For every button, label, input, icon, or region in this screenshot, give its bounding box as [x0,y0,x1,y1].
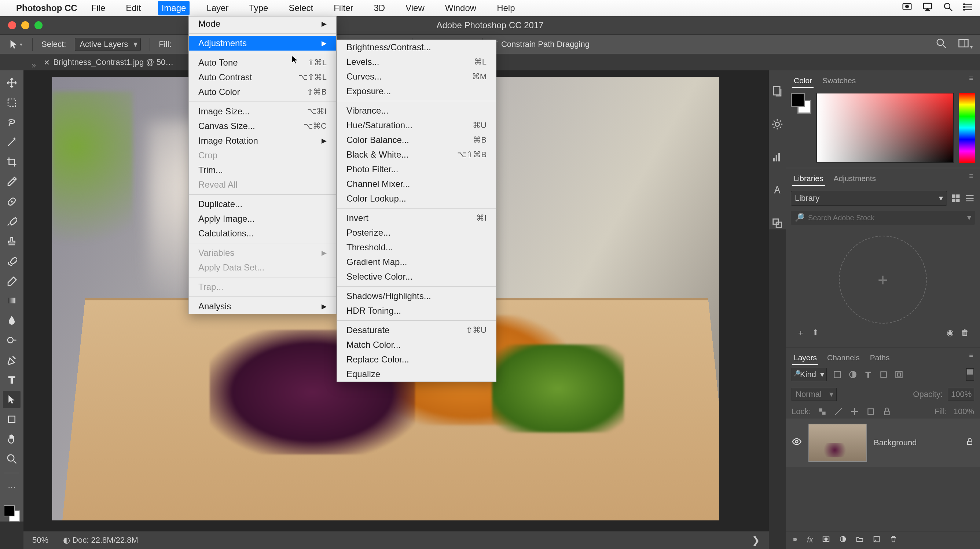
lock-position-icon[interactable] [850,407,859,416]
filter-toggle[interactable] [966,368,974,381]
adjustments-menu-curves[interactable]: Curves...⌘M [337,69,496,84]
layer-filter-kind[interactable]: Kind [792,368,827,381]
adjustments-menu-invert[interactable]: Invert⌘I [337,211,496,225]
search-icon[interactable] [935,38,947,51]
shape-tool[interactable] [3,411,21,428]
trash-icon[interactable] [889,535,897,545]
tab-color[interactable]: Color [792,74,813,88]
adjustments-menu-threshold[interactable]: Threshold... [337,240,496,255]
lock-transparency-icon[interactable] [818,407,827,416]
tab-libraries[interactable]: Libraries [792,172,825,186]
adjustments-menu-brightness-contrast[interactable]: Brightness/Contrast... [337,40,496,55]
pen-tool[interactable] [3,351,21,369]
adjustments-menu-gradient-map[interactable]: Gradient Map... [337,255,496,270]
histogram-icon[interactable] [771,151,783,163]
image-menu-auto-color[interactable]: Auto Color⇧⌘B [189,85,336,99]
adjustments-menu-hdr-toning[interactable]: HDR Toning... [337,303,496,318]
filter-adjustment-icon[interactable] [848,370,858,379]
library-select[interactable]: Library [791,191,947,206]
adjustments-menu-replace-color[interactable]: Replace Color... [337,352,496,367]
zoom-level[interactable]: 50% [32,535,48,545]
gradient-tool[interactable] [3,292,21,309]
adjustments-menu-hue-saturation[interactable]: Hue/Saturation...⌘U [337,118,496,133]
move-tool[interactable] [3,74,21,92]
heal-tool[interactable] [3,193,21,210]
tab-paths[interactable]: Paths [869,351,891,365]
image-menu-mode[interactable]: Mode▶ [189,16,336,31]
dodge-tool[interactable] [3,331,21,349]
hand-tool[interactable] [3,430,21,448]
image-menu-duplicate[interactable]: Duplicate... [189,197,336,211]
brush-tool[interactable] [3,213,21,230]
layer-name[interactable]: Background [874,438,916,447]
adjustments-menu-levels[interactable]: Levels...⌘L [337,55,496,69]
menubar-window[interactable]: Window [441,1,480,15]
trash-icon[interactable]: 🗑 [961,328,969,338]
adjustments-menu-exposure[interactable]: Exposure... [337,84,496,98]
spotlight-icon[interactable] [943,2,954,15]
panel-menu-icon[interactable]: ≡ [969,74,974,88]
lock-artboard-icon[interactable] [866,407,875,416]
adjustments-menu-color-lookup[interactable]: Color Lookup... [337,191,496,206]
blend-mode-select[interactable]: Normal [792,388,837,401]
menubar-layer[interactable]: Layer [203,1,232,15]
type-tool[interactable] [3,371,21,389]
menubar-filter[interactable]: Filter [330,1,357,15]
panel-menu-icon[interactable]: ≡ [969,172,974,186]
layer-mask-icon[interactable] [822,535,830,545]
tab-layers[interactable]: Layers [792,351,818,365]
crop-tool[interactable] [3,153,21,171]
window-minimize-button[interactable] [21,21,29,29]
image-menu-image-size[interactable]: Image Size...⌥⌘I [189,104,336,119]
adjustment-layer-icon[interactable] [839,535,847,545]
visibility-icon[interactable] [792,436,802,449]
group-icon[interactable] [856,535,864,545]
image-menu-calculations[interactable]: Calculations... [189,226,336,241]
tab-swatches[interactable]: Swatches [821,74,857,88]
document-tab[interactable]: × Brightness_Contrast1.jpg @ 50… [44,57,173,68]
library-drop-zone[interactable]: + [839,236,927,324]
menubar-image[interactable]: Image [158,1,190,15]
menubar-edit[interactable]: Edit [122,1,145,15]
image-menu-auto-tone[interactable]: Auto Tone⇧⌘L [189,56,336,70]
adjustments-menu-equalize[interactable]: Equalize [337,367,496,381]
tab-channels[interactable]: Channels [826,351,861,365]
tab-adjustments[interactable]: Adjustments [832,172,878,186]
blur-tool[interactable] [3,311,21,329]
grid-view-icon[interactable] [951,193,961,203]
adjustments-menu-vibrance[interactable]: Vibrance... [337,103,496,118]
lasso-tool[interactable] [3,114,21,131]
image-menu-image-rotation[interactable]: Image Rotation▶ [189,133,336,148]
adjustments-menu-black-white[interactable]: Black & White...⌥⇧⌘B [337,148,496,162]
library-search[interactable]: 🔎 ▾ [791,211,975,225]
lock-pixels-icon[interactable] [834,407,843,416]
stamp-tool[interactable] [3,232,21,250]
adjustments-menu-photo-filter[interactable]: Photo Filter... [337,162,496,177]
lock-icon[interactable] [965,437,974,448]
layer-row[interactable]: Background [786,419,980,467]
image-menu-analysis[interactable]: Analysis▶ [189,299,336,314]
image-menu-auto-contrast[interactable]: Auto Contrast⌥⇧⌘L [189,70,336,85]
menubar-help[interactable]: Help [493,1,519,15]
close-icon[interactable]: × [44,57,49,68]
opacity-value[interactable]: 100% [948,388,974,401]
zoom-tool[interactable] [3,450,21,468]
filter-shape-icon[interactable] [879,370,888,379]
new-layer-icon[interactable] [873,535,881,545]
image-menu-trim[interactable]: Trim... [189,163,336,178]
color-swatches[interactable] [4,505,20,522]
app-name[interactable]: Photoshop CC [16,3,77,13]
paragraph-panel-icon[interactable] [771,217,783,229]
wand-tool[interactable] [3,133,21,151]
adjustments-menu-shadows-highlights[interactable]: Shadows/Highlights... [337,289,496,303]
screen-record-icon[interactable] [902,2,913,15]
panel-menu-icon[interactable]: ≡ [969,351,974,365]
menubar-select[interactable]: Select [285,1,317,15]
adjustments-menu-selective-color[interactable]: Selective Color... [337,270,496,284]
menubar-view[interactable]: View [402,1,428,15]
filter-type-icon[interactable] [864,370,873,379]
image-menu-apply-image[interactable]: Apply Image... [189,211,336,226]
window-close-button[interactable] [8,21,16,29]
history-brush-tool[interactable] [3,252,21,270]
lock-all-icon[interactable] [882,407,892,416]
